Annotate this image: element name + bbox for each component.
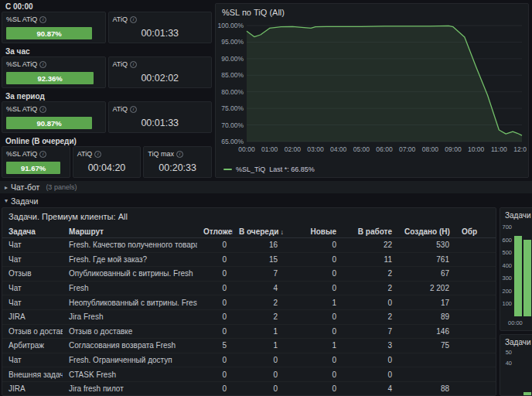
sl-tiq-chart-panel: %SL по TiQ (All) 100.00%95.00%90.00%85.0…: [215, 3, 529, 178]
chart-title-text: %SL по TiQ (All): [222, 8, 285, 18]
table-cell: 16: [233, 241, 284, 249]
table-cell: 88: [398, 384, 455, 393]
bar: [523, 392, 531, 396]
stat-row-title[interactable]: Online (В очереди): [2, 135, 212, 146]
stat-panel: TiQ maxi00:20:33: [143, 146, 212, 178]
stat-panel-title[interactable]: ATiQi: [109, 57, 212, 70]
stat-panel-title[interactable]: %SL ATiQi: [2, 12, 105, 26]
info-icon[interactable]: i: [130, 106, 137, 113]
stat-value: 00:02:02: [109, 70, 212, 84]
info-icon[interactable]: i: [39, 61, 46, 68]
column-header[interactable]: Отложены: [197, 227, 233, 236]
table-cell: 1: [284, 299, 343, 307]
svg-text:100.00%: 100.00%: [217, 22, 244, 29]
column-header[interactable]: Обр: [455, 227, 496, 236]
stat-panel-title[interactable]: ATiQi: [109, 12, 212, 26]
legend-series-label[interactable]: %SL_TiQ: [236, 166, 265, 173]
stat-value: 00:04:20: [73, 160, 141, 173]
stat-panel-title-text: ATiQ: [113, 104, 128, 114]
bar: [514, 236, 522, 316]
table-cell: 0: [284, 312, 343, 321]
svg-text:03:00: 03:00: [307, 145, 324, 153]
column-header[interactable]: Маршрут: [63, 227, 197, 236]
legend-swatch: [223, 169, 232, 171]
stat-panel-title[interactable]: ATiQi: [73, 147, 141, 160]
info-icon[interactable]: i: [176, 151, 183, 158]
y-axis-tick: 400: [500, 262, 512, 269]
y-axis-tick: 700: [500, 224, 512, 230]
chart-panel-title[interactable]: %SL по TiQ (All): [216, 4, 528, 19]
info-icon[interactable]: i: [130, 61, 137, 68]
info-icon[interactable]: i: [130, 16, 137, 23]
column-header[interactable]: В очереди↓: [233, 227, 284, 236]
stat-panel-title[interactable]: %SL ATiQi: [2, 57, 105, 70]
info-icon[interactable]: i: [39, 106, 46, 113]
table-cell: 0: [284, 284, 343, 292]
table-cell: 0: [343, 356, 398, 364]
table-cell: Опубликованный с витрины. Fresh: [63, 269, 197, 278]
svg-text:90.00%: 90.00%: [221, 55, 244, 63]
bar-panel-title[interactable]: Задачи (Н: [500, 335, 532, 346]
table-cell: Отзыв о доставке: [63, 327, 197, 336]
table-cell: Согласования возврата Fresh: [63, 341, 197, 350]
table-cell: 0: [197, 370, 233, 379]
stat-row-title[interactable]: За час: [2, 45, 212, 56]
row-tasks-label: Задачи: [11, 196, 38, 206]
row-chatbot-panel-count: (3 panels): [46, 183, 77, 191]
stat-row-title[interactable]: С 00:00: [2, 0, 212, 12]
stat-panel: %SL ATiQi90.87%: [2, 101, 106, 133]
svg-text:10:00: 10:00: [468, 145, 485, 153]
svg-text:09:00: 09:00: [445, 145, 462, 153]
column-header[interactable]: Создано (Н): [398, 227, 455, 236]
table-cell: 0: [197, 327, 233, 336]
row-tasks[interactable]: ▾ Задачи: [0, 195, 532, 207]
table-cell: 11: [343, 255, 398, 264]
info-icon[interactable]: i: [39, 151, 46, 158]
table-cell: CTASK Fresh: [63, 370, 197, 379]
table-cell: 0: [284, 241, 343, 249]
table-cell: 2: [343, 269, 398, 278]
stat-panel-title[interactable]: %SL ATiQi: [2, 147, 70, 160]
bar-panel-title[interactable]: Задачи (В: [500, 208, 532, 220]
table-cell: 2: [343, 284, 398, 292]
table-cell: 67: [398, 269, 455, 278]
stat-value: 00:20:33: [144, 160, 211, 173]
table-row: ЧатFresh. Качество полученного товара016…: [2, 238, 496, 253]
table-cell: Неопубликованный с витрины. Fresh: [63, 299, 197, 307]
table-cell: 146: [398, 327, 455, 336]
table-title-text: Задачи. Премиум клиенты: All: [9, 212, 128, 222]
gauge-bar: 92.36%: [6, 72, 94, 84]
column-header[interactable]: В работе: [343, 227, 398, 236]
row-chatbot[interactable]: ▸ Чат-бот (3 panels): [0, 181, 532, 193]
stat-panel-title-text: ATiQ: [113, 60, 128, 70]
table-cell: 0: [284, 255, 343, 264]
stat-row-title[interactable]: За период: [2, 90, 212, 101]
column-header[interactable]: Задача: [2, 227, 63, 236]
stat-panel-title[interactable]: TiQ maxi: [144, 147, 211, 160]
y-axis-tick: 200: [500, 288, 512, 295]
table-cell: 0: [197, 299, 233, 307]
svg-text:11:00: 11:00: [491, 145, 507, 153]
table-cell: 4: [343, 384, 398, 393]
stat-panel-title-text: %SL ATiQ: [6, 15, 37, 25]
table-row: ЧатFresh04022 202: [2, 282, 496, 296]
table-row: ЧатНеопубликованный с витрины. Fresh0210…: [2, 295, 496, 310]
table-cell: 22: [343, 241, 398, 249]
sl-tiq-line-chart[interactable]: 100.00%95.00%90.00%85.00%80.00%75.00%70.…: [216, 21, 527, 163]
table-cell: Отзыв: [2, 269, 63, 278]
stat-panel-title[interactable]: ATiQi: [109, 102, 212, 115]
stat-panel: %SL ATiQi91.67%: [2, 146, 70, 178]
gauge-bar: 90.87%: [6, 117, 92, 129]
table-cell: JIRA: [2, 384, 63, 393]
table-cell: Отзыв о доставке: [2, 327, 63, 336]
stat-panel: ATiQi00:02:02: [108, 56, 213, 88]
info-icon[interactable]: i: [39, 16, 46, 23]
stat-panel-title[interactable]: %SL ATiQi: [2, 102, 105, 115]
table-panel-title[interactable]: Задачи. Премиум клиенты: All: [2, 208, 496, 224]
table-cell: 0: [284, 384, 343, 393]
tasks-new-bar-panel: Задачи (Н 5040: [500, 334, 532, 396]
table-cell: 0: [233, 384, 284, 393]
info-icon[interactable]: i: [94, 151, 101, 158]
table-body: ЧатFresh. Качество полученного товара016…: [2, 238, 496, 396]
column-header[interactable]: Новые: [284, 227, 343, 236]
